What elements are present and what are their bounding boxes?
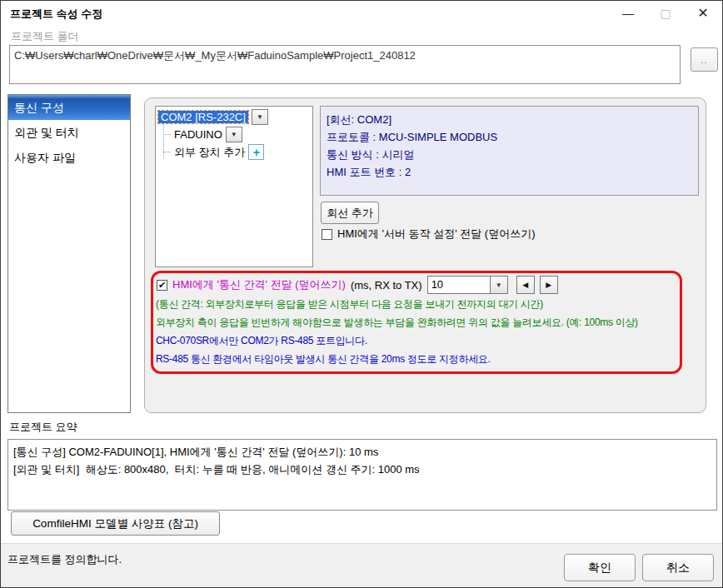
category-list: 통신 구성 외관 및 터치 사용자 파일 — [7, 94, 131, 413]
comm-line-tree: COM2 [RS-232C] ▼ FADUINO ▼ 외부 장치 추가 + — [155, 106, 313, 267]
ok-button[interactable]: 확인 — [564, 554, 636, 581]
sidebar-item-appearance-touch[interactable]: 외관 및 터치 — [8, 120, 130, 145]
browse-button[interactable]: .. — [691, 47, 718, 72]
chevron-left-icon: ◀ — [522, 281, 528, 289]
faduino-dropdown-button[interactable]: ▼ — [226, 127, 242, 142]
server-setting-checkbox[interactable] — [322, 229, 332, 240]
interval-decrease-button[interactable]: ◀ — [516, 276, 535, 294]
project-folder-path: C:₩Users₩charl₩OneDrive₩문서₩_My문서₩Faduino… — [9, 45, 681, 84]
tree-item-faduino[interactable]: FADUINO — [174, 128, 222, 141]
add-line-button[interactable]: 회선 추가 — [321, 202, 379, 224]
tree-item-com2[interactable]: COM2 [RS-232C] — [158, 111, 248, 123]
interval-hint-line: CHC-070SR에서만 COM2가 RS-485 포트입니다. — [156, 334, 367, 348]
interval-combobox[interactable]: 10 ▼ — [427, 276, 508, 294]
tree-branch-stub — [163, 152, 171, 152]
window-title: 프로젝트 속성 수정 — [10, 7, 102, 22]
check-icon: ✔ — [158, 281, 166, 290]
chevron-right-icon: ▶ — [546, 281, 551, 289]
model-spec-button[interactable]: ComfileHMI 모델별 사양표 (참고) — [11, 511, 220, 536]
status-text: 프로젝트를 정의합니다. — [7, 552, 122, 567]
chevron-down-icon: ▼ — [257, 113, 263, 121]
info-line: HMI 포트 번호 : 2 — [327, 163, 692, 181]
com2-dropdown-button[interactable]: ▼ — [252, 109, 268, 125]
chevron-down-icon: ▼ — [490, 277, 507, 293]
project-summary-box: [통신 구성] COM2-FADUINO[1], HMI에게 '통신 간격' 전… — [7, 439, 717, 511]
interval-checkbox[interactable]: ✔ — [157, 280, 167, 291]
summary-line: [외관 및 터치] 해상도: 800x480, 터치: 누를 때 반응, 애니메… — [13, 461, 711, 478]
maximize-icon: ▢ — [649, 1, 682, 25]
cancel-button[interactable]: 취소 — [642, 554, 714, 581]
project-summary-label: 프로젝트 요약 — [9, 420, 77, 435]
sidebar-item-user-files[interactable]: 사용자 파일 — [8, 145, 130, 170]
close-icon[interactable]: ✕ — [686, 1, 720, 25]
project-folder-label: 프로젝트 폴더 — [11, 29, 79, 44]
interval-hint-line: (통신 간격: 외부장치로부터 응답을 받은 시점부터 다음 요청을 보내기 전… — [156, 297, 543, 311]
server-setting-checkbox-label[interactable]: HMI에게 '서버 동작 설정' 전달 (덮어쓰기) — [337, 227, 536, 242]
line-info-panel: [회선: COM2] 프로토콜 : MCU-SIMPLE MODBUS 통신 방… — [320, 106, 699, 196]
add-device-button[interactable]: + — [248, 144, 264, 160]
info-line: 프로토콜 : MCU-SIMPLE MODBUS — [327, 128, 692, 146]
interval-checkbox-label[interactable]: HMI에게 '통신 간격' 전달 (덮어쓰기) — [172, 277, 346, 292]
chevron-down-icon: ▼ — [231, 131, 237, 138]
project-properties-dialog: { "window": { "title": "프로젝트 속성 수정", "mi… — [0, 0, 723, 588]
interval-unit-label: (ms, RX to TX) — [351, 279, 422, 292]
plus-icon: + — [253, 146, 260, 159]
info-line: 통신 방식 : 시리얼 — [327, 146, 692, 163]
interval-hint-line: RS-485 통신 환경에서 타임아웃 발생시 통신 간격을 20ms 정도로 … — [156, 352, 491, 366]
tree-branch-stub — [163, 134, 171, 135]
tree-item-add-external-device[interactable]: 외부 장치 추가 — [174, 145, 245, 160]
minimize-icon[interactable]: — — [611, 1, 645, 25]
summary-line: [통신 구성] COM2-FADUINO[1], HMI에게 '통신 간격' 전… — [13, 443, 711, 461]
interval-value: 10 — [428, 277, 490, 293]
sidebar-item-communication[interactable]: 통신 구성 — [8, 95, 130, 120]
interval-increase-button[interactable]: ▶ — [540, 276, 558, 294]
info-line: [회선: COM2] — [327, 111, 692, 128]
interval-hint-line: 외부장치 측이 응답을 빈번하게 해야함으로 발생하는 부담을 완화하려면 위의… — [156, 316, 638, 330]
